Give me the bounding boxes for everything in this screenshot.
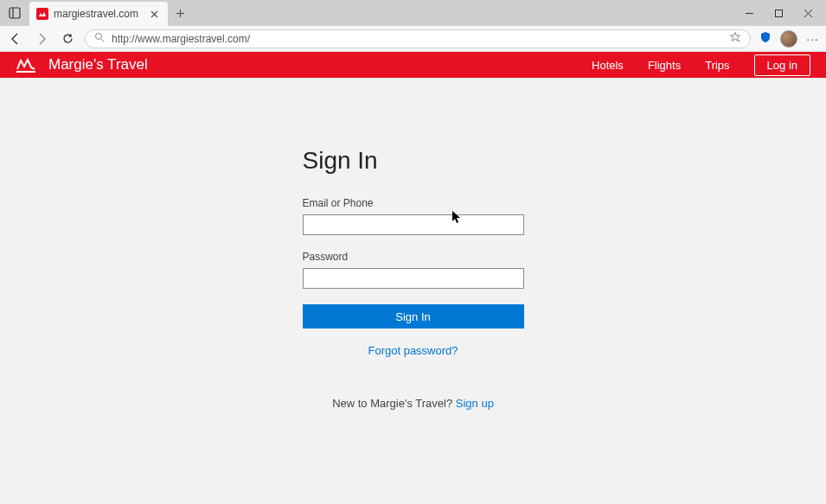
forgot-password-link[interactable]: Forgot password? — [303, 344, 524, 357]
profile-avatar[interactable] — [780, 30, 797, 48]
svg-rect-7 — [775, 10, 782, 16]
window-titlebar: margiestravel.com — [0, 0, 826, 26]
search-icon — [94, 32, 105, 45]
signup-prompt: New to Margie's Travel? Sign up — [303, 397, 524, 410]
nav-trips[interactable]: Trips — [705, 59, 729, 72]
minimize-button[interactable] — [743, 7, 755, 19]
svg-line-11 — [101, 39, 104, 41]
toolbar-extensions: ··· — [759, 30, 819, 48]
signin-form: Sign In Email or Phone Password Sign In … — [303, 147, 524, 410]
site-logo[interactable]: Margie's Travel — [16, 56, 148, 73]
forward-button[interactable] — [33, 30, 50, 48]
window-controls — [743, 0, 821, 26]
shield-icon[interactable] — [759, 31, 772, 47]
favorite-icon[interactable]: + — [729, 31, 741, 46]
url-field[interactable]: + — [85, 29, 751, 48]
tab-favicon — [36, 8, 48, 20]
site-nav: Hotels Flights Trips Log in — [592, 54, 810, 76]
close-tab-button[interactable] — [147, 7, 161, 21]
email-label: Email or Phone — [303, 197, 524, 209]
login-button[interactable]: Log in — [754, 54, 810, 76]
tab-strip: margiestravel.com — [0, 0, 192, 26]
email-field[interactable] — [303, 214, 524, 235]
svg-text:+: + — [738, 38, 741, 43]
signup-link[interactable]: Sign up — [456, 397, 494, 410]
svg-rect-0 — [10, 8, 20, 18]
signin-button[interactable]: Sign In — [303, 304, 524, 329]
signup-prompt-text: New to Margie's Travel? — [332, 397, 456, 410]
logo-icon — [16, 56, 36, 73]
tab-actions-button[interactable] — [5, 3, 24, 22]
browser-tab[interactable]: margiestravel.com — [29, 2, 168, 26]
maximize-button[interactable] — [772, 7, 784, 19]
nav-hotels[interactable]: Hotels — [592, 59, 624, 72]
more-button[interactable]: ··· — [806, 32, 819, 46]
main-content: Sign In Email or Phone Password Sign In … — [0, 78, 826, 410]
password-field[interactable] — [303, 268, 524, 289]
site-header: Margie's Travel Hotels Flights Trips Log… — [0, 52, 826, 78]
svg-point-10 — [96, 34, 102, 40]
form-title: Sign In — [303, 147, 524, 175]
password-label: Password — [303, 251, 524, 263]
new-tab-button[interactable] — [168, 1, 192, 25]
tab-title: margiestravel.com — [54, 8, 142, 20]
refresh-button[interactable] — [59, 30, 76, 48]
address-bar: + ··· — [0, 26, 826, 52]
back-button[interactable] — [7, 30, 24, 48]
nav-flights[interactable]: Flights — [648, 59, 681, 72]
close-window-button[interactable] — [802, 7, 814, 19]
url-actions: + — [729, 31, 741, 46]
site-title: Margie's Travel — [48, 56, 148, 73]
url-input[interactable] — [112, 33, 722, 45]
